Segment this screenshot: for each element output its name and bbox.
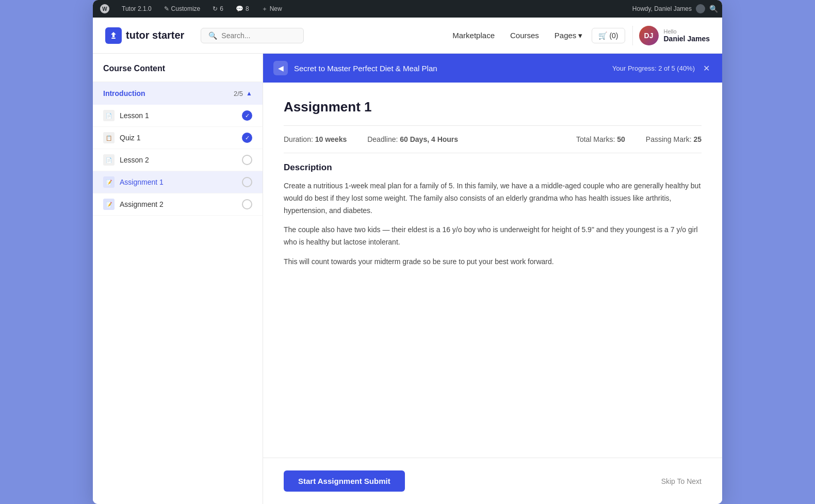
duration-meta: Duration: 10 weeks — [284, 135, 347, 143]
user-info: Hello Daniel James — [664, 28, 710, 43]
sidebar-item-assignment1[interactable]: 📝 Assignment 1 — [93, 171, 263, 193]
comments-count: 8 — [246, 5, 249, 12]
customize-label: Customize — [171, 5, 201, 12]
lesson-icon: 📄 — [103, 110, 115, 121]
assignment1-icon: 📝 — [103, 176, 115, 188]
meta-row: Duration: 10 weeks Deadline: 60 Days, 4 … — [284, 135, 702, 143]
sidebar-item-lesson2[interactable]: 📄 Lesson 2 — [93, 149, 263, 171]
search-input[interactable] — [221, 31, 294, 40]
search-admin-icon[interactable]: 🔍 — [709, 5, 718, 13]
user-name-label: Daniel James — [664, 35, 710, 43]
cart-button[interactable]: 🛒 (0) — [592, 28, 625, 43]
description-para2: The couple also have two kids — their el… — [284, 224, 702, 249]
admin-bar-right: Howdy, Daniel James 🔍 — [632, 4, 718, 13]
user-hello-label: Hello — [664, 28, 710, 35]
new-label: New — [270, 5, 282, 12]
logo-icon — [105, 27, 122, 44]
wp-logo-item[interactable]: W — [97, 0, 112, 18]
tutor-admin-item[interactable]: Tutor 2.1.0 — [119, 0, 155, 18]
howdy-label: Howdy, Daniel James — [632, 5, 692, 12]
sidebar: Course Content Introduction 2/5 ▲ 📄 Less… — [93, 54, 263, 504]
updates-item[interactable]: ↻ 6 — [209, 0, 226, 18]
marketplace-link[interactable]: Marketplace — [446, 28, 501, 43]
section-header-introduction[interactable]: Introduction 2/5 ▲ — [93, 82, 263, 105]
assignment2-icon: 📝 — [103, 199, 115, 210]
check-circle-lesson1: ✓ — [242, 110, 252, 121]
empty-circle-assignment1 — [242, 177, 252, 187]
svg-rect-0 — [111, 38, 116, 39]
banner-back-button[interactable]: ◀ — [273, 61, 288, 75]
main-content: ◀ Secret to Master Perfect Diet & Meal P… — [263, 54, 722, 504]
check-circle-quiz1: ✓ — [242, 133, 252, 143]
updates-icon: ↻ — [213, 5, 218, 12]
nav-links: Marketplace Courses Pages ▾ 🛒 (0) DJ Hel… — [446, 26, 710, 45]
deadline-meta: Deadline: 60 Days, 4 Hours — [367, 135, 458, 143]
assignment2-label: Assignment 2 — [120, 200, 237, 208]
total-marks-meta: Total Marks: 50 — [576, 135, 625, 143]
description-para3: This will count towards your midterm gra… — [284, 256, 702, 268]
banner-progress-text: Your Progress: 2 of 5 (40%) — [612, 64, 695, 72]
logo[interactable]: tutor starter — [105, 27, 184, 44]
sidebar-item-assignment2[interactable]: 📝 Assignment 2 — [93, 193, 263, 216]
admin-avatar — [696, 4, 705, 13]
assignment1-label: Assignment 1 — [120, 178, 237, 186]
start-assignment-button[interactable]: Start Assignment Submit — [284, 470, 405, 492]
description-para1: Create a nutritious 1-week meal plan for… — [284, 180, 702, 217]
chevron-down-icon: ▾ — [578, 31, 582, 40]
new-item[interactable]: ＋ New — [258, 0, 285, 18]
divider-mid — [284, 153, 702, 153]
passing-mark-meta: Passing Mark: 25 — [646, 135, 702, 143]
user-section: DJ Hello Daniel James — [632, 26, 710, 45]
banner-close-button[interactable]: ✕ — [701, 63, 712, 73]
wp-icon: W — [100, 4, 109, 13]
updates-count: 6 — [220, 5, 223, 12]
lesson2-icon: 📄 — [103, 154, 115, 166]
search-box[interactable]: 🔍 — [201, 28, 304, 43]
description-title: Description — [284, 162, 702, 173]
banner-course-title: Secret to Master Perfect Diet & Meal Pla… — [294, 64, 606, 73]
courses-link[interactable]: Courses — [504, 28, 545, 43]
assignment-title: Assignment 1 — [284, 99, 702, 115]
lesson1-label: Lesson 1 — [120, 111, 237, 120]
main-nav: tutor starter 🔍 Marketplace Courses Page… — [93, 18, 722, 54]
sidebar-item-quiz1[interactable]: 📋 Quiz 1 ✓ — [93, 127, 263, 149]
empty-circle-assignment2 — [242, 199, 252, 209]
quiz1-label: Quiz 1 — [120, 134, 237, 142]
plus-icon: ＋ — [262, 5, 268, 13]
tutor-label: Tutor 2.1.0 — [122, 5, 152, 12]
progress-banner: ◀ Secret to Master Perfect Diet & Meal P… — [263, 54, 722, 83]
assignment-area: Assignment 1 Duration: 10 weeks Deadline… — [263, 83, 722, 458]
customize-item[interactable]: ✎ Customize — [161, 0, 204, 18]
skip-to-next-link[interactable]: Skip To Next — [661, 477, 702, 485]
action-bar: Start Assignment Submit Skip To Next — [263, 458, 722, 504]
chevron-up-icon: ▲ — [246, 90, 252, 97]
avatar: DJ — [639, 26, 659, 45]
comments-item[interactable]: 💬 8 — [233, 0, 252, 18]
quiz-icon: 📋 — [103, 132, 115, 143]
empty-circle-lesson2 — [242, 155, 252, 165]
admin-bar: W Tutor 2.1.0 ✎ Customize ↻ 6 💬 8 ＋ New — [93, 0, 722, 18]
section-progress: 2/5 ▲ — [234, 90, 252, 97]
divider-top — [284, 125, 702, 126]
lesson2-label: Lesson 2 — [120, 156, 237, 164]
pages-link[interactable]: Pages ▾ — [548, 28, 589, 43]
comments-icon: 💬 — [236, 5, 243, 12]
pencil-icon: ✎ — [164, 5, 169, 12]
search-icon: 🔍 — [208, 31, 217, 40]
section-title: Introduction — [103, 89, 145, 97]
admin-bar-left: W Tutor 2.1.0 ✎ Customize ↻ 6 💬 8 ＋ New — [97, 0, 632, 18]
course-content-title: Course Content — [93, 64, 263, 82]
logo-text: tutor starter — [126, 29, 184, 41]
sidebar-item-lesson1[interactable]: 📄 Lesson 1 ✓ — [93, 105, 263, 127]
content-area: Course Content Introduction 2/5 ▲ 📄 Less… — [93, 54, 722, 504]
